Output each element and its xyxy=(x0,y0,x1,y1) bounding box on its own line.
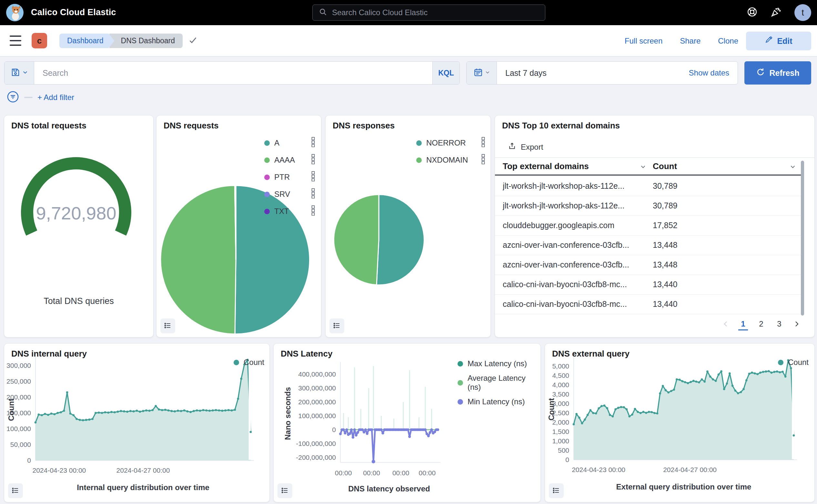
share-button[interactable]: Share xyxy=(680,36,701,45)
legend-actions-icon[interactable] xyxy=(311,154,315,166)
svg-text:00:00: 00:00 xyxy=(363,469,380,477)
cell-domain: clouddebugger.googleapis.com xyxy=(503,221,641,230)
kql-query-bar: KQL xyxy=(4,61,460,85)
space-badge[interactable]: c xyxy=(32,33,47,48)
column-sort-icon[interactable] xyxy=(789,163,796,172)
legend-label: NXDOMAIN xyxy=(426,156,468,165)
legend-item[interactable]: Count xyxy=(778,358,809,367)
dashboard-nav-bar: c Dashboard DNS Dashboard Full screen Sh… xyxy=(0,25,817,56)
panel-legend-toggle-button[interactable] xyxy=(329,318,344,333)
news-party-icon[interactable] xyxy=(771,6,782,19)
svg-text:200,000,000: 200,000,000 xyxy=(298,398,336,406)
user-avatar[interactable]: t xyxy=(794,4,811,21)
export-button[interactable]: Export xyxy=(508,142,543,152)
legend-item[interactable]: Max Latency (ns) xyxy=(458,359,540,368)
svg-text:Nano seconds: Nano seconds xyxy=(283,387,292,440)
legend-dot xyxy=(264,175,270,180)
svg-text:5,000: 5,000 xyxy=(552,362,569,370)
global-search[interactable] xyxy=(312,5,545,21)
table-row: jlt-worksh-jlt-workshop-aks-112e...30,78… xyxy=(495,176,802,196)
table-row: clouddebugger.googleapis.com17,852 xyxy=(495,216,802,236)
legend-item[interactable]: PTR xyxy=(264,171,315,183)
column-header-domains[interactable]: Top external domains xyxy=(503,161,589,171)
show-dates-button[interactable]: Show dates xyxy=(689,68,738,77)
time-range-value[interactable]: Last 7 days xyxy=(497,68,689,78)
pie-slice[interactable] xyxy=(161,186,236,334)
cell-domain: calico-cni-ivan-byocni-03cfb8-mc... xyxy=(503,280,641,289)
gauge-label: Total DNS queries xyxy=(4,296,153,306)
legend-dot xyxy=(264,192,270,197)
svg-text:250,000: 250,000 xyxy=(6,378,31,385)
check-icon xyxy=(188,36,197,46)
pie-slice[interactable] xyxy=(236,186,236,260)
refresh-button[interactable]: Refresh xyxy=(744,61,811,85)
legend-item[interactable]: NOERROR xyxy=(416,137,485,149)
legend-item[interactable]: SRV xyxy=(264,188,315,200)
query-search-input[interactable] xyxy=(43,68,432,78)
next-page-button[interactable] xyxy=(792,320,800,330)
clone-button[interactable]: Clone xyxy=(718,36,738,45)
saved-query-menu-button[interactable] xyxy=(5,62,34,84)
panel-title: DNS responses xyxy=(333,121,395,131)
kql-language-button[interactable]: KQL xyxy=(432,62,459,84)
edit-button[interactable]: Edit xyxy=(746,32,811,50)
table-row: calico-cni-ivan-byocni-03cfb8-mc...13,44… xyxy=(495,275,802,295)
cell-domain: jlt-worksh-jlt-workshop-aks-112e... xyxy=(503,201,641,210)
legend-item[interactable]: A xyxy=(264,137,315,149)
panel-legend-toggle-button[interactable] xyxy=(549,483,564,498)
page-number-button[interactable]: 1 xyxy=(738,319,748,330)
pie-slice[interactable] xyxy=(334,195,379,285)
cell-count: 13,440 xyxy=(653,280,677,289)
table-scrollbar[interactable] xyxy=(801,161,804,316)
menu-icon[interactable] xyxy=(10,35,21,46)
svg-text:4,500: 4,500 xyxy=(552,372,569,379)
full-screen-button[interactable]: Full screen xyxy=(625,36,662,45)
svg-text:50,000: 50,000 xyxy=(10,441,31,448)
panel-dns-external-query: DNS external query 05001,0001,5002,0002,… xyxy=(545,344,814,502)
legend-label: Count xyxy=(244,358,264,367)
pie-slice[interactable] xyxy=(377,195,424,285)
legend-dot xyxy=(458,380,463,386)
svg-text:2024-04-23 00:00: 2024-04-23 00:00 xyxy=(32,467,86,474)
svg-text:300,000,000: 300,000,000 xyxy=(298,384,336,392)
legend-item[interactable]: NXDOMAIN xyxy=(416,154,485,166)
svg-text:3,500: 3,500 xyxy=(552,390,569,398)
legend-actions-icon[interactable] xyxy=(481,137,485,149)
legend-item[interactable]: AAAA xyxy=(264,154,315,166)
panel-legend-toggle-button[interactable] xyxy=(160,318,175,333)
help-icon[interactable] xyxy=(747,6,758,19)
legend-actions-icon[interactable] xyxy=(481,154,485,166)
filter-divider xyxy=(24,97,33,98)
panel-legend-toggle-button[interactable] xyxy=(277,483,292,498)
global-search-input[interactable] xyxy=(332,8,539,17)
cell-domain: calico-cni-ivan-byocni-03cfb8-mc... xyxy=(503,299,641,309)
legend-item[interactable]: Average Latency (ns) xyxy=(458,374,540,392)
column-sort-icon[interactable] xyxy=(640,163,647,172)
panel-title: DNS total requests xyxy=(11,121,86,131)
prev-page-button[interactable] xyxy=(722,320,730,330)
page-number-button[interactable]: 3 xyxy=(774,319,784,330)
search-icon xyxy=(318,7,328,18)
svg-text:Internal query distribution ov: Internal query distribution over time xyxy=(77,483,209,492)
add-filter-button[interactable]: + Add filter xyxy=(37,93,74,102)
legend-actions-icon[interactable] xyxy=(311,137,315,149)
svg-text:4,000: 4,000 xyxy=(552,381,569,388)
column-header-count[interactable]: Count xyxy=(653,161,677,171)
calendar-menu-button[interactable] xyxy=(467,62,497,84)
legend-item[interactable]: Count xyxy=(234,358,264,367)
panel-legend-toggle-button[interactable] xyxy=(8,483,23,498)
filter-icon[interactable] xyxy=(6,90,19,105)
breadcrumb-dns-dashboard[interactable]: DNS Dashboard xyxy=(109,34,183,48)
legend-actions-icon[interactable] xyxy=(311,188,315,200)
legend-item[interactable]: Min Latency (ns) xyxy=(458,397,540,406)
calico-logo[interactable] xyxy=(6,4,24,22)
table-pagination: 123 xyxy=(722,319,800,330)
legend-label: Max Latency (ns) xyxy=(468,359,527,368)
legend-item[interactable]: TXT xyxy=(264,205,315,217)
legend-actions-icon[interactable] xyxy=(311,171,315,183)
refresh-icon xyxy=(756,67,765,78)
page-number-button[interactable]: 2 xyxy=(756,319,766,330)
legend-dot xyxy=(458,361,463,367)
breadcrumb-dashboard[interactable]: Dashboard xyxy=(59,34,115,48)
legend-actions-icon[interactable] xyxy=(311,205,315,217)
